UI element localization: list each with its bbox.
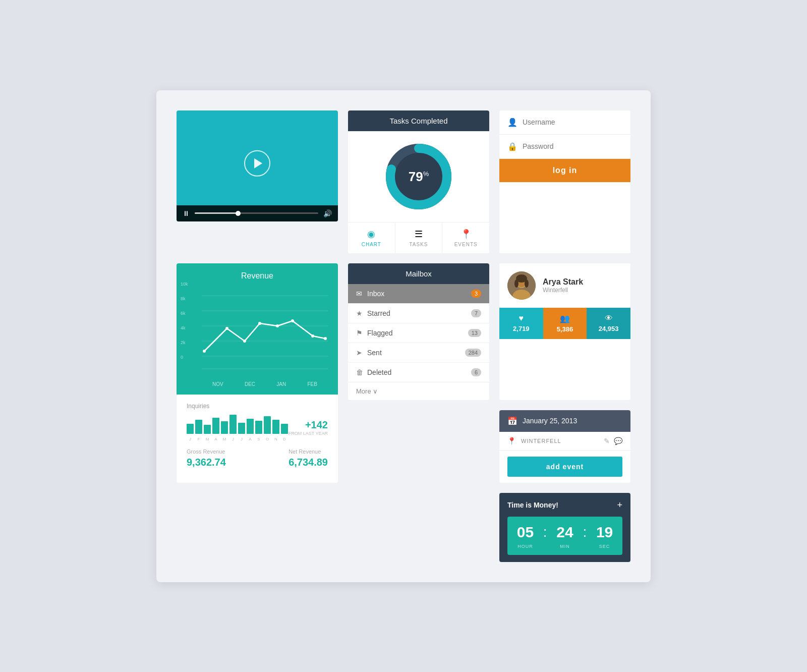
inq-bar-6 — [229, 415, 237, 434]
video-controls: ⏸ 🔊 — [177, 205, 338, 221]
calendar-location-row: 📍 WINTERFELL ✎ 💬 — [499, 432, 630, 451]
x-axis-labels: NOV DEC JAN FEB — [187, 378, 328, 390]
events-icon: 📍 — [446, 229, 485, 240]
mail-item-starred[interactable]: ★ Starred 7 — [348, 304, 489, 323]
views-count: 24,953 — [599, 325, 619, 332]
mailbox-header: Mailbox — [348, 263, 489, 284]
password-input[interactable] — [523, 142, 622, 150]
inq-bar-7 — [238, 423, 245, 434]
location-icon: 📍 — [507, 437, 516, 445]
timer-add-icon[interactable]: + — [617, 500, 622, 511]
month-m: M — [204, 437, 211, 441]
tasks-icon: ☰ — [399, 229, 438, 240]
timer-min: 24 — [551, 524, 579, 541]
username-input[interactable] — [523, 118, 622, 126]
inquiries-months: J F M A M J J A S O N D — [187, 437, 288, 441]
inq-bar-10 — [264, 416, 271, 434]
heart-icon: ♥ — [519, 314, 524, 323]
mailbox-title: Mailbox — [406, 269, 432, 278]
video-player: ⏸ 🔊 — [177, 110, 338, 221]
video-progress-bar[interactable] — [195, 212, 318, 214]
calendar-icon: 📅 — [507, 416, 517, 426]
inq-bar-1 — [187, 424, 194, 434]
tasks-nav-events[interactable]: 📍 EVENTS — [442, 222, 489, 253]
inquiries-delta: +142 — [289, 419, 328, 431]
profile-widget: Arya Stark Winterfell ♥ 2,719 👥 5,386 👁 … — [499, 263, 630, 400]
stat-followers[interactable]: 👥 5,386 — [543, 308, 587, 339]
video-progress-fill — [195, 212, 238, 214]
calendar-widget: 📅 January 25, 2013 📍 WINTERFELL ✎ 💬 add … — [499, 410, 630, 483]
stat-likes[interactable]: ♥ 2,719 — [499, 308, 543, 339]
password-field: 🔒 — [499, 135, 630, 159]
timer-sec: 19 — [591, 524, 618, 541]
timer-display: 05 HOUR : 24 MIN : 19 SEC — [507, 517, 622, 555]
mailbox-widget: Mailbox ✉ Inbox 3 ★ Starred 7 ⚑ Flagged … — [348, 263, 489, 400]
donut-percent: 79 — [409, 169, 423, 184]
inq-bar-2 — [195, 420, 202, 434]
timer-title: Time is Money! — [507, 501, 558, 509]
edit-icon[interactable]: ✎ — [604, 437, 610, 445]
revenue-line-chart — [187, 286, 328, 376]
donut-symbol: % — [423, 170, 429, 177]
month-a1: A — [212, 437, 219, 441]
tasks-nav-chart[interactable]: ◉ CHART — [348, 222, 395, 253]
svg-point-16 — [324, 337, 327, 340]
net-label: Net Revenue — [289, 449, 328, 455]
volume-icon[interactable]: 🔊 — [323, 209, 332, 217]
profile-location: Winterfell — [543, 287, 583, 294]
stat-views[interactable]: 👁 24,953 — [587, 308, 630, 339]
inq-bar-4 — [212, 418, 219, 434]
inq-bar-8 — [247, 419, 254, 434]
timer-colon-1: : — [543, 517, 547, 555]
timer-hour: 05 — [511, 524, 539, 541]
flagged-badge: 13 — [468, 329, 481, 337]
svg-point-11 — [243, 340, 246, 343]
y-axis-labels: 10k 8k 6k 4k 2k 0 — [181, 282, 188, 360]
login-button[interactable]: log in — [499, 159, 630, 182]
svg-point-9 — [203, 350, 206, 353]
revenue-stats: Inquiries — [177, 395, 338, 476]
month-a2: A — [247, 437, 254, 441]
starred-icon: ★ — [356, 309, 367, 317]
net-revenue-group: Net Revenue 6,734.89 — [289, 449, 328, 468]
month-m2: M — [221, 437, 228, 441]
net-value: 6,734.89 — [289, 457, 328, 468]
y-label-0: 0 — [181, 355, 188, 360]
timer-hour-segment: 05 HOUR — [507, 517, 543, 555]
message-icon[interactable]: 💬 — [614, 437, 622, 445]
inquiries-bars — [187, 414, 288, 434]
month-j: J — [187, 437, 194, 441]
revenue-chart: Revenue 10k 8k 6k 4k 2k 0 — [177, 263, 338, 395]
tasks-nav-tasks[interactable]: ☰ TASKS — [395, 222, 443, 253]
inquiries-label: Inquiries — [187, 403, 328, 410]
mail-item-sent[interactable]: ➤ Sent 284 — [348, 343, 489, 363]
play-button[interactable] — [244, 150, 270, 176]
inq-bar-12 — [281, 424, 288, 434]
inq-bar-3 — [204, 425, 211, 434]
calendar-date: January 25, 2013 — [523, 417, 577, 425]
mail-item-deleted[interactable]: 🗑 Deleted 6 — [348, 363, 489, 382]
month-o: O — [264, 437, 271, 441]
profile-name: Arya Stark — [543, 277, 583, 287]
sec-label: SEC — [599, 544, 610, 549]
timer-widget: Time is Money! + 05 HOUR : 24 MIN : 19 S… — [499, 493, 630, 562]
min-label: MIN — [560, 544, 570, 549]
mail-more-link[interactable]: More — [348, 382, 489, 400]
y-label-2k: 2k — [181, 340, 188, 345]
svg-point-14 — [291, 319, 294, 322]
donut-chart: 79% — [383, 141, 454, 212]
add-event-button[interactable]: add event — [507, 457, 622, 477]
sent-badge: 284 — [465, 349, 481, 357]
tasks-chart-area: 79% — [348, 131, 489, 222]
starred-label: Starred — [367, 309, 471, 317]
timer-header: Time is Money! + — [507, 500, 622, 511]
mail-item-flagged[interactable]: ⚑ Flagged 13 — [348, 323, 489, 343]
inq-bar-9 — [255, 421, 262, 434]
mail-item-inbox[interactable]: ✉ Inbox 3 — [348, 284, 489, 304]
profile-text: Arya Stark Winterfell — [543, 277, 583, 294]
pause-button[interactable]: ⏸ — [183, 209, 190, 217]
svg-point-12 — [258, 322, 261, 325]
flagged-icon: ⚑ — [356, 329, 367, 337]
deleted-label: Deleted — [367, 368, 471, 376]
month-j2: J — [229, 437, 237, 441]
